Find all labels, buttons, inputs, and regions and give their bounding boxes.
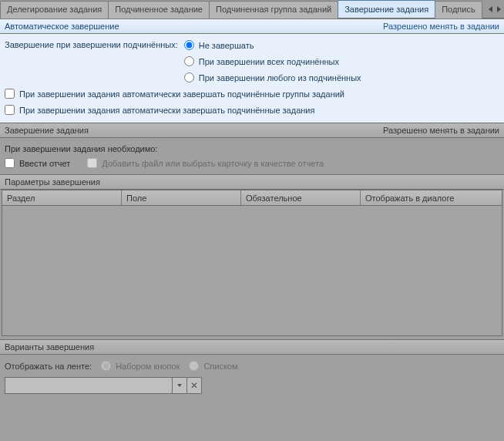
completion-title: Завершение задания	[5, 126, 89, 135]
tab-completion[interactable]: Завершение задания	[338, 0, 435, 18]
params-header: Параметры завершения	[0, 174, 504, 190]
tab-signature[interactable]: Подпись	[435, 1, 482, 19]
tab-delegation[interactable]: Делегирование задания	[0, 1, 109, 19]
params-title: Параметры завершения	[5, 177, 100, 187]
variants-header: Варианты завершения	[0, 339, 504, 355]
params-table-body	[2, 206, 502, 335]
col-required[interactable]: Обязательное	[241, 190, 361, 205]
tab-scroll-right-icon[interactable]	[497, 6, 501, 12]
ribbon-display-row: Отображать на ленте: Набором кнопок Спис…	[0, 355, 504, 377]
completion-header: Завершение задания Разрешено менять в за…	[0, 123, 504, 138]
tab-bar: Делегирование задания Подчиненное задани…	[0, 0, 504, 19]
radio-list[interactable]	[189, 361, 199, 371]
radio-any-complete[interactable]	[184, 72, 194, 82]
completion-permission: Разрешено менять в задании	[383, 126, 499, 135]
tab-scroll-left-icon[interactable]	[489, 6, 492, 12]
chk-auto-complete-tasks[interactable]	[5, 105, 15, 115]
variants-title: Варианты завершения	[5, 342, 94, 352]
radio-no-complete-label: Не завершать	[199, 41, 254, 50]
variant-combo-dropdown-button[interactable]	[172, 377, 187, 394]
radio-buttons-set-label: Набором кнопок	[116, 362, 180, 371]
col-section[interactable]: Раздел	[2, 190, 122, 205]
completion-panel: При завершении задания необходимо: Ввест…	[0, 138, 504, 174]
radio-all-complete-label: При завершении всех подчинённых	[199, 57, 339, 66]
radio-buttons-set[interactable]	[101, 361, 111, 371]
col-field[interactable]: Поле	[122, 190, 241, 205]
chk-enter-report[interactable]	[5, 158, 15, 168]
chk-enter-report-label: Ввести отчет	[19, 159, 70, 168]
radio-list-label: Списком	[203, 362, 237, 371]
completion-need-label: При завершении задания необходимо:	[5, 144, 499, 153]
col-dialog[interactable]: Отображать в диалоге	[361, 190, 502, 205]
params-table: Раздел Поле Обязательное Отображать в ди…	[2, 190, 502, 336]
chk-add-file[interactable]	[87, 158, 97, 168]
ribbon-display-label: Отображать на ленте:	[5, 362, 92, 371]
radio-all-complete[interactable]	[184, 56, 194, 66]
tab-subtask-group[interactable]: Подчиненная группа заданий	[209, 1, 338, 19]
chk-auto-complete-tasks-label: При завершении задания автоматически зав…	[19, 106, 314, 115]
chk-auto-complete-groups[interactable]	[5, 89, 15, 99]
tab-subtask[interactable]: Подчиненное задание	[108, 1, 210, 19]
variant-combo-clear-button[interactable]: ✕	[186, 377, 202, 394]
params-table-head: Раздел Поле Обязательное Отображать в ди…	[2, 190, 502, 206]
radio-no-complete[interactable]	[184, 40, 194, 50]
variant-combo[interactable]	[5, 377, 173, 394]
subordinate-complete-label: Завершение при завершении подчинённых:	[5, 40, 184, 49]
variant-combo-input[interactable]	[5, 378, 172, 393]
variant-combo-row: ✕	[0, 377, 504, 400]
chk-auto-complete-groups-label: При завершении задания автоматически зав…	[19, 89, 344, 99]
chk-add-file-label: Добавить файл или выбрать карточку в кач…	[102, 159, 324, 168]
auto-complete-title: Автоматическое завершение	[5, 22, 119, 31]
auto-complete-panel: Завершение при завершении подчинённых: Н…	[0, 34, 504, 123]
radio-any-complete-label: При завершении любого из подчинённых	[199, 73, 361, 82]
auto-complete-permission: Разрешено менять в задании	[383, 22, 499, 31]
auto-complete-header: Автоматическое завершение Разрешено меня…	[0, 19, 504, 34]
